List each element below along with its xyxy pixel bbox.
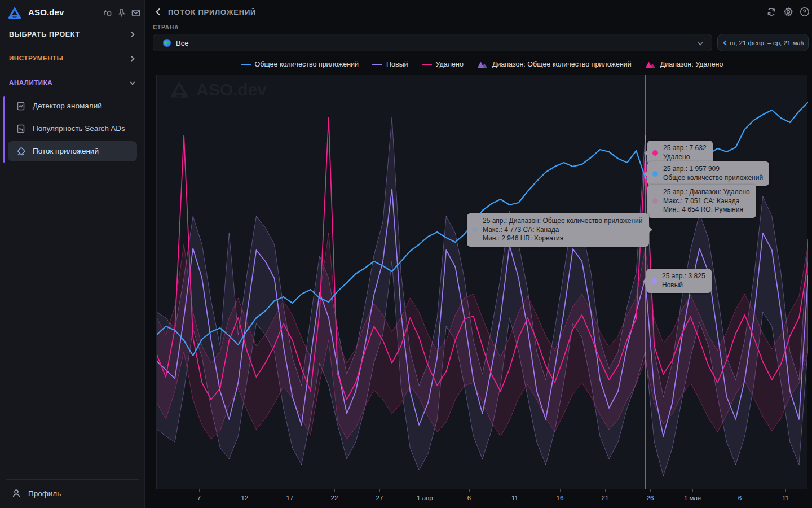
legend-item-2[interactable]: Удалено — [422, 60, 464, 68]
x-axis-tick — [692, 489, 693, 492]
x-axis-tick — [379, 489, 380, 492]
tooltip-line: 25 апр.: 7 632 — [663, 144, 707, 153]
tooltip-line: Макс.: 4 773 CA: Канада — [483, 226, 643, 235]
tooltip-series-dot — [652, 171, 658, 177]
x-axis-tick — [290, 489, 290, 492]
x-axis-label: 11 — [782, 494, 789, 501]
tooltip-line: Мин.: 2 946 HR: Хорватия — [483, 234, 643, 243]
app-flow-icon — [16, 146, 26, 156]
x-axis-label: 6 — [467, 494, 471, 501]
legend-label: Удалено — [436, 60, 464, 68]
tools-section-label: ИНСТРУМЕНТЫ — [9, 55, 63, 62]
x-axis: 7121722271 апр.6111621261 мая611 — [156, 489, 807, 506]
sidebar-item-label: Поток приложений — [33, 147, 99, 155]
back-icon[interactable] — [153, 7, 164, 17]
pin-icon[interactable] — [117, 8, 127, 18]
tooltip-arrow — [648, 226, 652, 233]
tooltip-series-dot — [472, 227, 478, 233]
sidebar-item-label: Популярность Search ADs — [33, 124, 125, 133]
sidebar-item-anomaly-detector[interactable]: Детектор аномалий — [8, 96, 137, 116]
file-chart-icon — [16, 124, 26, 134]
legend-item-4[interactable]: Диапазон: Удалено — [645, 60, 723, 68]
page-title: ПОТОК ПРИЛОЖЕНИЙ — [168, 8, 256, 16]
globe-icon — [162, 38, 171, 47]
tooltip-series-dot — [652, 150, 658, 156]
sidebar-header: ASO.dev — [0, 5, 145, 21]
legend-line-swatch — [372, 64, 382, 65]
country-filter-label: СТРАНА — [153, 24, 179, 30]
tooltip-line: 25 апр.: Диапазон: Общее количество прил… — [483, 217, 643, 226]
chart-tooltip-3: 25 апр.: Диапазон: Общее количество прил… — [467, 213, 649, 247]
x-axis-tick — [605, 489, 606, 492]
app-title: ASO.dev — [28, 7, 64, 17]
section-tools[interactable]: ИНСТРУМЕНТЫ — [0, 51, 145, 67]
sidebar-item-profile[interactable]: Профиль — [6, 485, 139, 502]
user-icon — [11, 488, 21, 498]
tooltip-line: Общее количество приложений — [663, 174, 763, 183]
sidebar-divider — [6, 479, 139, 480]
chart-tooltip-1: 25 апр.: 1 957 909Общее количество прило… — [647, 161, 769, 186]
x-axis-tick — [785, 489, 786, 492]
x-axis-label: 17 — [286, 494, 294, 501]
country-select-value: Все — [176, 39, 188, 47]
x-axis-label: 1 мая — [684, 494, 701, 501]
select-project-row[interactable]: ВЫБРАТЬ ПРОЕКТ — [0, 27, 145, 43]
legend-label: Диапазон: Удалено — [660, 60, 723, 68]
x-axis-label: 7 — [197, 494, 201, 501]
x-axis-tick — [334, 489, 335, 492]
tooltip-arrow — [643, 278, 647, 284]
tooltip-line: 25 апр.: 1 957 909 — [663, 165, 763, 174]
x-axis-tick — [740, 489, 740, 492]
app-window: ASO.dev ВЫБРАТЬ ПРОЕКТ ИНСТРУМЕНТЫ АНАЛИ… — [0, 0, 812, 508]
country-select[interactable]: Все — [153, 34, 712, 51]
file-anomaly-icon — [16, 101, 26, 111]
legend-item-0[interactable]: Общее количество приложений — [241, 60, 359, 68]
chevron-right-icon[interactable] — [798, 40, 805, 46]
legend-label: Новый — [386, 60, 408, 68]
chevron-left-icon[interactable] — [722, 40, 729, 46]
chart-tooltip-4: 25 апр.: 3 825Новый — [646, 269, 712, 293]
profile-label: Профиль — [28, 489, 61, 498]
chevron-down-icon — [129, 80, 136, 86]
chevron-down-icon — [697, 40, 704, 47]
x-axis-tick — [515, 489, 515, 492]
x-axis-tick — [560, 489, 561, 492]
x-axis-label: 6 — [738, 494, 742, 501]
date-range-value: пт, 21 февр. – ср, 21 мая — [730, 40, 798, 46]
tooltip-line: Новый — [662, 281, 705, 290]
legend-label: Диапазон: Общее количество приложений — [492, 60, 632, 68]
switch-project-icon[interactable] — [102, 8, 112, 18]
aso-dev-logo-icon — [7, 6, 22, 20]
legend-line-swatch — [422, 64, 432, 65]
active-section-accent-bar — [3, 96, 5, 163]
tooltip-line: Мин.: 4 654 RO: Румыния — [663, 205, 750, 214]
settings-gear-icon[interactable] — [783, 6, 794, 17]
x-axis-label: 26 — [647, 494, 654, 501]
chart-legend: Общее количество приложенийНовыйУдаленоД… — [156, 59, 807, 70]
help-icon[interactable] — [799, 6, 810, 17]
legend-item-1[interactable]: Новый — [372, 60, 408, 68]
x-axis-label: 12 — [241, 494, 249, 501]
tooltip-line: Удалено — [663, 153, 707, 162]
legend-line-swatch — [241, 64, 251, 65]
tooltip-series-dot — [651, 278, 657, 284]
date-range-picker[interactable]: пт, 21 февр. – ср, 21 мая — [717, 34, 809, 51]
legend-item-3[interactable]: Диапазон: Общее количество приложений — [477, 60, 632, 68]
x-axis-label: 16 — [557, 494, 564, 501]
mail-icon[interactable] — [131, 8, 141, 18]
tooltip-line: Макс.: 7 051 CA: Канада — [663, 197, 750, 206]
sidebar-item-app-flow[interactable]: Поток приложений — [8, 141, 137, 161]
tooltip-line: 25 апр.: 3 825 — [662, 272, 705, 281]
tooltip-line: 25 апр.: Диапазон: Удалено — [663, 188, 750, 197]
tooltip-arrow — [644, 150, 648, 156]
legend-range-icon — [645, 60, 656, 68]
x-axis-label: 27 — [376, 494, 383, 501]
x-axis-tick — [469, 489, 470, 492]
sidebar-item-search-ads-popularity[interactable]: Популярность Search ADs — [8, 119, 137, 139]
chevron-right-icon — [129, 55, 136, 62]
refresh-icon[interactable] — [766, 6, 777, 17]
section-analytics[interactable]: АНАЛИТИКА — [0, 76, 145, 91]
chart-tooltip-2: 25 апр.: Диапазон: УдаленоМакс.: 7 051 C… — [647, 185, 756, 218]
tooltip-arrow — [644, 170, 648, 177]
x-axis-label: 1 апр. — [417, 494, 435, 501]
